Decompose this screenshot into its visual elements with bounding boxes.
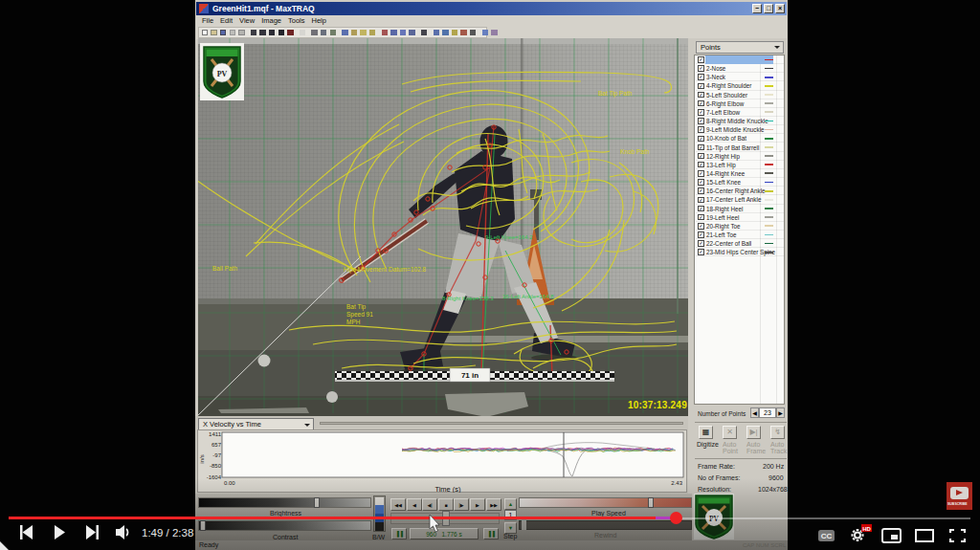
svg-text:-1604: -1604 [207, 474, 222, 480]
svg-text:16-Left Ankle=164.8: 16-Left Ankle=164.8 [502, 294, 554, 299]
svg-text:9-Left Knee=164.2: 9-Left Knee=164.2 [485, 234, 533, 240]
svg-text:71 in: 71 in [461, 371, 479, 380]
svg-text:in/s: in/s [199, 454, 205, 463]
svg-text:1:49 / 2:38: 1:49 / 2:38 [142, 527, 193, 539]
svg-text:657: 657 [212, 442, 222, 448]
svg-text:Ball Path: Ball Path [212, 265, 237, 272]
svg-text:PV: PV [217, 70, 228, 78]
svg-text:Bat Tip Path: Bat Tip Path [598, 90, 633, 98]
svg-text:Time (s): Time (s) [434, 485, 461, 493]
svg-text:HD: HD [862, 526, 871, 532]
svg-text:MPH: MPH [346, 319, 361, 325]
svg-text:2.43: 2.43 [671, 480, 682, 486]
svg-text:Knob Path: Knob Path [620, 148, 650, 155]
svg-text:8-Right Knee=158.3: 8-Right Knee=158.3 [442, 296, 494, 301]
svg-text:0.00: 0.00 [224, 480, 235, 486]
svg-text:Hips Movement Datum=102.8: Hips Movement Datum=102.8 [344, 266, 427, 274]
svg-text:Speed 91: Speed 91 [346, 311, 373, 319]
svg-text:1411: 1411 [209, 431, 222, 437]
svg-text:Bat Tip: Bat Tip [346, 303, 367, 311]
svg-text:CC: CC [821, 532, 833, 540]
svg-text:-850: -850 [210, 463, 222, 469]
svg-text:-97: -97 [212, 452, 221, 458]
